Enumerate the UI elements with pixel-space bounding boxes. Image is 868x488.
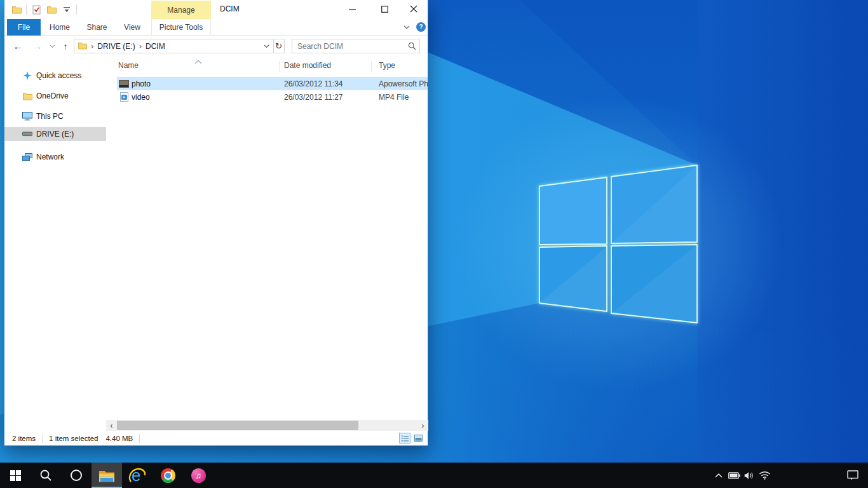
photo-icon [119, 79, 129, 89]
quick-access-toolbar [11, 3, 77, 17]
scroll-right-icon[interactable]: › [417, 420, 428, 431]
address-dropdown-icon[interactable] [259, 39, 273, 53]
star-icon [22, 71, 32, 81]
taskbar-search-icon[interactable] [31, 463, 61, 488]
sidebar-item-label: OneDrive [36, 92, 69, 100]
itunes-icon[interactable]: ♫ [183, 463, 214, 488]
sort-ascending-icon [194, 56, 202, 67]
horizontal-scrollbar[interactable]: ‹ › [106, 420, 428, 431]
battery-icon[interactable] [726, 463, 742, 488]
breadcrumb-drive[interactable]: DRIVE (E:) [97, 42, 135, 51]
music-note: ♫ [195, 471, 201, 480]
item-count: 2 items [12, 435, 36, 442]
scrollbar-thumb[interactable] [117, 421, 358, 430]
recent-locations-icon[interactable] [48, 36, 57, 56]
ribbon-collapse-icon[interactable] [402, 23, 412, 32]
sidebar-item-network[interactable]: Network [4, 149, 106, 165]
details-view-button[interactable] [399, 433, 410, 444]
taskbar-file-explorer-icon[interactable] [92, 463, 122, 488]
refresh-button[interactable]: ↻ [273, 39, 285, 53]
help-icon[interactable]: ? [416, 22, 426, 32]
qat-customize-icon[interactable] [61, 4, 72, 15]
start-button[interactable] [0, 463, 31, 488]
taskbar: e ♫ [0, 463, 868, 488]
title-bar: Manage DCIM [4, 0, 428, 19]
navigation-toolbar: ← → ↑ › DRIVE (E:) › DCIM ↻ [4, 36, 428, 56]
forward-button[interactable]: → [31, 36, 44, 56]
internet-explorer-icon[interactable]: e [122, 463, 153, 488]
search-icon[interactable] [404, 42, 419, 50]
file-date: 26/03/2012 11:34 [284, 79, 343, 88]
window-title: DCIM [220, 4, 240, 13]
file-row-photo[interactable]: photo 26/03/2012 11:34 Apowersoft Pho [117, 77, 428, 90]
sidebar-item-quick-access[interactable]: Quick access [4, 68, 106, 83]
file-date: 26/03/2012 11:27 [284, 93, 343, 102]
status-separator [42, 434, 43, 443]
sidebar-item-label: This PC [36, 112, 64, 121]
tray-expand-icon[interactable] [711, 463, 726, 488]
close-button[interactable] [403, 1, 424, 17]
file-name: video [132, 93, 150, 102]
selection-size: 4.40 MB [105, 435, 133, 442]
search-box[interactable] [292, 39, 420, 53]
ribbon-contextual-group[interactable]: Manage [151, 1, 211, 19]
search-input[interactable] [292, 42, 404, 51]
sidebar-item-label: DRIVE (E:) [36, 130, 74, 139]
breadcrumb-chevron: › [135, 39, 146, 53]
large-icons-view-button[interactable] [412, 433, 424, 444]
file-type: MP4 File [379, 93, 409, 102]
breadcrumb-chevron: › [87, 39, 97, 53]
tab-share[interactable]: Share [80, 19, 114, 36]
breadcrumb-folder[interactable]: DCIM [146, 42, 165, 51]
action-center-icon[interactable] [845, 463, 860, 488]
network-icon [22, 152, 32, 162]
wifi-icon[interactable] [757, 463, 772, 488]
minimize-button[interactable] [342, 1, 362, 17]
sidebar-item-label: Network [36, 152, 64, 161]
scroll-left-icon[interactable]: ‹ [106, 420, 117, 431]
status-separator [139, 434, 140, 443]
tab-home[interactable]: Home [44, 19, 76, 36]
column-header-type[interactable]: Type [379, 61, 395, 70]
desktop: Manage DCIM File Home Share View Picture… [0, 0, 868, 488]
chrome-icon[interactable] [153, 463, 183, 488]
qat-separator [26, 4, 27, 15]
sidebar-item-drive-e[interactable]: DRIVE (E:) [4, 127, 106, 141]
column-separator[interactable] [279, 61, 280, 72]
tab-picture-tools[interactable]: Picture Tools [151, 19, 211, 36]
status-bar: 2 items 1 item selected 4.40 MB [4, 431, 428, 445]
volume-icon[interactable] [742, 463, 757, 488]
column-header-name[interactable]: Name [118, 61, 139, 70]
tab-view[interactable]: View [117, 19, 147, 36]
new-folder-icon[interactable] [46, 4, 57, 15]
navigation-pane: Quick access OneDrive This PC [4, 56, 107, 420]
tab-file[interactable]: File [7, 19, 41, 36]
file-list: Name Date modified Type photo 26/03/2012… [107, 56, 428, 420]
sidebar-item-label: Quick access [36, 71, 81, 80]
back-button[interactable]: ← [11, 36, 25, 56]
maximize-button[interactable] [374, 1, 395, 17]
cortana-icon[interactable] [61, 463, 92, 488]
column-separator[interactable] [371, 61, 372, 72]
video-icon [119, 92, 129, 102]
explorer-window-icon [11, 4, 22, 15]
sidebar-item-this-pc[interactable]: This PC [4, 109, 106, 124]
drive-icon [22, 129, 32, 139]
file-type: Apowersoft Pho [379, 79, 428, 88]
qat-separator [76, 4, 77, 15]
window-content: Quick access OneDrive This PC [4, 56, 428, 420]
folder-icon [22, 91, 32, 101]
properties-icon[interactable] [31, 4, 42, 15]
selection-count: 1 item selected [49, 435, 98, 442]
ribbon-tabs: File Home Share View Picture Tools ? [4, 19, 428, 36]
address-bar[interactable]: › DRIVE (E:) › DCIM [74, 39, 274, 53]
file-explorer-window: Manage DCIM File Home Share View Picture… [4, 0, 428, 446]
system-tray [711, 463, 868, 488]
file-row-video[interactable]: video 26/03/2012 11:27 MP4 File [117, 90, 428, 104]
manage-label: Manage [167, 6, 194, 15]
sidebar-item-onedrive[interactable]: OneDrive [4, 88, 106, 104]
file-name: photo [132, 79, 151, 88]
column-header-date-modified[interactable]: Date modified [284, 61, 331, 70]
up-button[interactable]: ↑ [59, 36, 72, 56]
monitor-icon [22, 111, 32, 121]
